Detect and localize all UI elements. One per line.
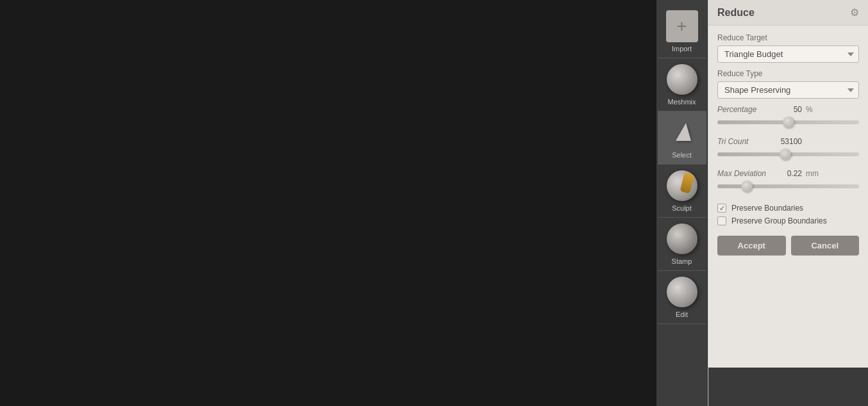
tri-count-row: Tri Count 53100 (717, 137, 859, 146)
tri-count-label: Tri Count (717, 137, 775, 146)
panel-bottom-area (708, 368, 868, 406)
checkbox-group: Preserve Boundaries Preserve Group Bound… (717, 204, 859, 225)
stamp-label: Stamp (672, 257, 692, 265)
panel-body: Reduce Target Triangle Budget Percentage… (708, 26, 868, 368)
preserve-group-boundaries-item[interactable]: Preserve Group Boundaries (717, 216, 859, 225)
preserve-boundaries-label: Preserve Boundaries (731, 204, 803, 213)
sculpt-icon (667, 170, 697, 201)
stamp-sphere-icon (667, 223, 697, 254)
max-deviation-slider[interactable] (717, 184, 859, 188)
reduce-type-group: Reduce Type Shape Preserving Fast Qualit… (717, 69, 859, 99)
tri-count-group: Tri Count 53100 (717, 137, 859, 163)
sidebar-item-sculpt[interactable]: Sculpt (658, 165, 706, 218)
panel-header: Reduce ⚙ (708, 0, 868, 26)
reduce-target-dropdown[interactable]: Triangle Budget Percentage Max Deviation (717, 45, 859, 63)
max-deviation-value: 0.22 (779, 169, 802, 178)
tri-count-slider[interactable] (717, 152, 859, 156)
edit-sphere-icon (667, 277, 697, 307)
preserve-group-boundaries-checkbox[interactable] (717, 216, 726, 225)
select-label: Select (672, 151, 692, 159)
reduce-target-label: Reduce Target (717, 33, 859, 42)
sidebar: + Import Meshmix Select Sculpt Stamp (656, 0, 708, 406)
reduce-type-label: Reduce Type (717, 69, 859, 78)
percentage-slider[interactable] (717, 120, 859, 124)
max-deviation-slider-container (717, 179, 859, 191)
tri-count-slider-container (717, 147, 859, 159)
max-deviation-row: Max Deviation 0.22 mm (717, 169, 859, 178)
percentage-label: Percentage (717, 105, 775, 114)
reduce-panel: Reduce ⚙ Reduce Target Triangle Budget P… (708, 0, 868, 406)
sidebar-item-meshmix[interactable]: Meshmix (658, 58, 706, 111)
select-icon-area (666, 117, 698, 149)
cancel-button[interactable]: Cancel (791, 236, 860, 256)
sidebar-item-import[interactable]: + Import (658, 5, 706, 58)
plus-icon: + (666, 10, 698, 42)
sidebar-item-select[interactable]: Select (658, 111, 706, 165)
preserve-boundaries-item[interactable]: Preserve Boundaries (717, 204, 859, 213)
panel-title: Reduce (717, 7, 755, 19)
meshmix-icon-area (666, 63, 698, 95)
max-deviation-unit: mm (806, 169, 819, 178)
accept-button[interactable]: Accept (717, 236, 786, 256)
edit-icon-area (666, 276, 698, 308)
import-icon-area: + (666, 10, 698, 42)
percentage-group: Percentage 50 % (717, 105, 859, 131)
reduce-target-dropdown-wrapper: Triangle Budget Percentage Max Deviation (717, 45, 859, 63)
import-label: Import (672, 45, 692, 53)
preserve-boundaries-checkbox[interactable] (717, 204, 726, 213)
reduce-type-dropdown[interactable]: Shape Preserving Fast Quality (717, 81, 859, 99)
reduce-type-dropdown-wrapper: Shape Preserving Fast Quality (717, 81, 859, 99)
percentage-unit: % (806, 105, 819, 114)
percentage-row: Percentage 50 % (717, 105, 859, 114)
sculpt-icon-area (666, 170, 698, 202)
edit-label: Edit (676, 311, 688, 318)
reduce-target-group: Reduce Target Triangle Budget Percentage… (717, 33, 859, 63)
tri-count-value: 53100 (779, 137, 802, 146)
preserve-group-boundaries-label: Preserve Group Boundaries (731, 216, 827, 225)
sculpt-label: Sculpt (672, 204, 692, 212)
sidebar-item-edit[interactable]: Edit (658, 271, 706, 324)
gear-icon[interactable]: ⚙ (850, 6, 859, 19)
percentage-slider-container (717, 115, 859, 127)
meshmix-label: Meshmix (667, 98, 696, 106)
button-row: Accept Cancel (717, 236, 859, 256)
percentage-value: 50 (779, 105, 802, 114)
meshmix-icon (667, 64, 697, 95)
background-area (0, 0, 656, 406)
sidebar-item-stamp[interactable]: Stamp (658, 218, 706, 271)
stamp-icon-area (666, 223, 698, 255)
max-deviation-group: Max Deviation 0.22 mm (717, 169, 859, 195)
select-arrow-icon (669, 120, 695, 145)
max-deviation-label: Max Deviation (717, 169, 775, 178)
